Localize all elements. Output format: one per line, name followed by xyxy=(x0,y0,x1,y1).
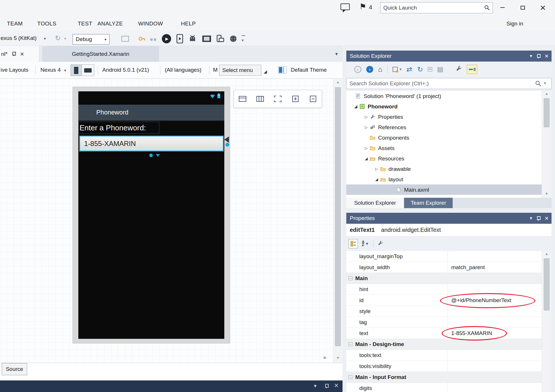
solution-search-input[interactable] xyxy=(346,78,552,89)
scroll-down-icon[interactable] xyxy=(545,192,548,195)
menu-window[interactable]: WINDOW xyxy=(138,21,163,27)
start-debug-button[interactable] xyxy=(162,34,171,43)
handle-chevron-icon[interactable] xyxy=(156,154,160,157)
rotate-device-icon[interactable] xyxy=(216,35,224,44)
property-row[interactable]: hint xyxy=(346,284,542,295)
anchor-arrow-icon[interactable] xyxy=(224,136,229,143)
property-value[interactable] xyxy=(447,251,542,262)
portrait-button[interactable] xyxy=(71,65,82,76)
tree-item-references[interactable]: References xyxy=(346,122,542,132)
deploy-device-icon[interactable] xyxy=(176,34,183,45)
search-icon[interactable] xyxy=(484,5,490,11)
tree-item-components[interactable]: Components xyxy=(346,132,542,143)
tree-item-assets[interactable]: Assets xyxy=(346,143,542,153)
scroll-up-icon[interactable] xyxy=(545,92,548,95)
property-category[interactable]: Main - Design-time xyxy=(346,339,542,350)
property-value[interactable] xyxy=(447,350,542,360)
attach-window-icon[interactable] xyxy=(121,36,129,42)
scrollbar-thumb[interactable] xyxy=(544,258,550,310)
property-row[interactable]: tag xyxy=(346,317,542,328)
property-value[interactable] xyxy=(447,317,542,328)
collapsed-arrow-icon[interactable] xyxy=(363,146,369,150)
tree-item-main-axml[interactable]: Main.axml xyxy=(346,184,542,195)
selection-bounds-icon[interactable] xyxy=(273,95,282,103)
menu-help[interactable]: HELP xyxy=(181,21,196,27)
close-icon[interactable] xyxy=(545,215,549,222)
property-row[interactable]: tools:text xyxy=(346,350,542,361)
collapsed-arrow-icon[interactable] xyxy=(363,125,369,129)
property-row[interactable]: tools:visibility xyxy=(346,361,542,372)
pending-changes-icon[interactable] xyxy=(393,67,398,72)
scrollbar-thumb[interactable] xyxy=(544,98,550,127)
tree-item-solution[interactable]: Solution 'Phoneword' (1 project) xyxy=(346,91,542,101)
close-button[interactable] xyxy=(536,2,549,13)
device-selector[interactable]: exus 5 (KitKat) xyxy=(1,35,37,41)
property-value[interactable]: match_parent xyxy=(447,262,542,273)
search-icon[interactable] xyxy=(535,80,542,87)
language-dropdown[interactable]: (All languages) xyxy=(165,67,201,73)
android-version-dropdown[interactable]: Android 5.0.1 (v21) xyxy=(102,67,149,73)
categorized-view-button[interactable] xyxy=(349,239,358,248)
device-dropdown[interactable]: Nexus 4 xyxy=(40,67,61,73)
search-chevron-icon[interactable] xyxy=(544,81,546,85)
quick-launch-input[interactable] xyxy=(380,3,482,13)
collapse-all-icon[interactable] xyxy=(428,67,432,71)
tab-pin-icon[interactable] xyxy=(12,51,16,56)
tree-item-project[interactable]: Phoneword xyxy=(346,101,542,112)
textview-label[interactable]: Enter a Phoneword: xyxy=(78,122,159,134)
refresh-device-icon[interactable] xyxy=(55,35,61,42)
device-chevron-icon[interactable] xyxy=(64,69,66,72)
expanded-arrow-icon[interactable] xyxy=(373,177,380,181)
resize-handle-right[interactable] xyxy=(225,143,229,147)
solution-explorer-header[interactable]: Solution Explorer xyxy=(346,51,552,62)
window-position-chevron-icon[interactable] xyxy=(530,216,532,221)
property-row[interactable]: layout_marginTop xyxy=(346,251,542,262)
property-value[interactable] xyxy=(447,383,542,392)
home-icon[interactable] xyxy=(378,66,382,73)
refresh-chevron-icon[interactable] xyxy=(64,37,66,40)
device-selector-chevron-icon[interactable] xyxy=(44,37,46,40)
pin-icon[interactable] xyxy=(536,216,541,221)
switch-views-icon[interactable] xyxy=(406,66,412,73)
collapsed-arrow-icon[interactable] xyxy=(363,115,369,119)
collapse-icon[interactable] xyxy=(349,276,352,280)
tab-list-chevron-icon[interactable] xyxy=(335,52,338,56)
tree-item-drawable[interactable]: drawable xyxy=(346,164,542,174)
resize-handle-bottom[interactable] xyxy=(149,154,153,157)
back-icon[interactable] xyxy=(354,66,361,73)
scroll-up-icon[interactable] xyxy=(545,252,548,256)
property-pages-wrench-icon[interactable] xyxy=(378,240,383,247)
property-value[interactable] xyxy=(447,284,542,295)
collapsed-arrow-icon[interactable] xyxy=(373,167,380,171)
property-category[interactable]: Main xyxy=(346,273,542,284)
collapse-icon[interactable] xyxy=(349,342,352,346)
grip-icon[interactable] xyxy=(264,69,267,74)
preview-selected-icon[interactable] xyxy=(437,66,443,73)
scroll-right-icon[interactable] xyxy=(324,356,327,359)
menu-test[interactable]: TEST xyxy=(78,21,92,27)
source-tab[interactable]: Source xyxy=(2,363,27,375)
designer-vertical-scrollbar[interactable] xyxy=(333,79,343,363)
property-value[interactable] xyxy=(447,361,542,371)
pin-icon[interactable] xyxy=(536,54,541,59)
scrollbar-thumb[interactable] xyxy=(335,87,341,346)
window-position-chevron-icon[interactable] xyxy=(530,54,532,58)
show-all-files-toggle[interactable] xyxy=(467,65,477,74)
android-emulator-icon[interactable] xyxy=(188,35,197,44)
properties-scrollbar[interactable] xyxy=(542,251,552,392)
property-row[interactable]: digits xyxy=(346,383,542,392)
property-value[interactable] xyxy=(447,306,542,317)
minimize-button[interactable] xyxy=(496,2,509,13)
bottom-panel-bar[interactable] xyxy=(0,380,343,392)
tab-solution-explorer[interactable]: Solution Explorer xyxy=(346,198,404,208)
scroll-down-icon[interactable] xyxy=(336,356,340,360)
layout-header-icon[interactable] xyxy=(238,95,247,103)
notification-count[interactable]: 4 xyxy=(369,4,372,11)
alternative-layouts-button[interactable]: ive Layouts xyxy=(1,67,28,73)
layout-columns-icon[interactable] xyxy=(256,95,264,103)
property-category[interactable]: Main - Input Format xyxy=(346,372,542,383)
menu-team[interactable]: TEAM xyxy=(7,21,23,27)
configuration-chevron-icon[interactable] xyxy=(102,38,109,41)
forward-icon[interactable] xyxy=(366,66,373,73)
tab-close-icon[interactable] xyxy=(20,51,24,58)
